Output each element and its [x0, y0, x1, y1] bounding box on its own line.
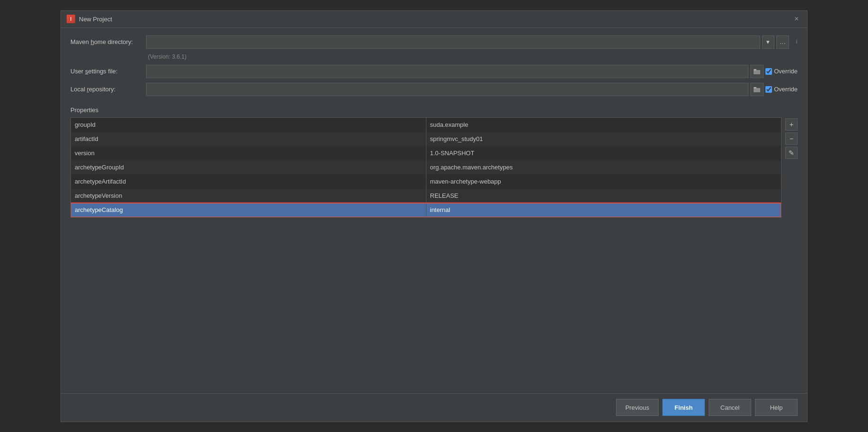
help-button[interactable]: Help — [755, 399, 798, 416]
svg-rect-2 — [754, 88, 760, 92]
remove-property-button[interactable]: − — [785, 132, 798, 145]
properties-side-buttons: + − ✎ — [785, 117, 798, 218]
maven-home-row: Maven home directory: Bundled (Maven 3) … — [70, 35, 798, 49]
user-settings-input-area: D:\maven\apache-maven-3.6.1\conf\setting… — [146, 65, 798, 78]
previous-button[interactable]: Previous — [616, 399, 659, 416]
user-settings-browse-button[interactable] — [750, 65, 764, 78]
folder-icon — [754, 69, 760, 74]
properties-section: Properties groupIdsuda.exampleartifactId… — [70, 105, 798, 218]
property-key: groupId — [71, 118, 426, 132]
table-row[interactable]: archetypeCataloginternal — [71, 203, 781, 217]
user-settings-row: User settings file: D:\maven\apache-mave… — [70, 65, 798, 78]
properties-title: Properties — [70, 106, 798, 114]
version-text: (Version: 3.6.1) — [72, 53, 798, 60]
local-repository-override: Override — [765, 86, 798, 93]
svg-rect-0 — [754, 70, 760, 74]
property-value: RELEASE — [426, 189, 781, 203]
add-property-button[interactable]: + — [785, 118, 798, 131]
property-value: springmvc_study01 — [426, 132, 781, 146]
local-repository-field[interactable]: D:\maven\apache-maven-3.6.1\repository — [146, 83, 748, 96]
table-row[interactable]: archetypeGroupIdorg.apache.maven.archety… — [71, 160, 781, 175]
cancel-button[interactable]: Cancel — [709, 399, 751, 416]
folder-icon-2 — [754, 87, 760, 92]
maven-home-dropdown-button[interactable]: ▾ — [762, 35, 774, 49]
title-bar: I New Project × — [61, 11, 807, 28]
property-value: maven-archetype-webapp — [426, 175, 781, 189]
property-key: archetypeVersion — [71, 189, 426, 203]
edit-property-button[interactable]: ✎ — [785, 147, 798, 159]
property-value: org.apache.maven.archetypes — [426, 160, 781, 175]
maven-home-field[interactable]: Bundled (Maven 3) — [146, 35, 760, 49]
property-key: version — [71, 146, 426, 160]
maven-home-input-area: Bundled (Maven 3) ▾ … ℹ — [146, 35, 798, 49]
user-settings-override-label: Override — [774, 68, 798, 75]
maven-home-more-button[interactable]: … — [776, 35, 789, 49]
property-key: artifactId — [71, 132, 426, 146]
property-key: archetypeArtifactId — [71, 175, 426, 189]
local-repository-input-area: D:\maven\apache-maven-3.6.1\repository O… — [146, 83, 798, 96]
property-value: 1.0-SNAPSHOT — [426, 146, 781, 160]
properties-table: groupIdsuda.exampleartifactIdspringmvc_s… — [71, 118, 781, 217]
local-repository-browse-button[interactable] — [750, 83, 764, 96]
property-key: archetypeCatalog — [71, 203, 426, 217]
maven-home-label: Maven home directory: — [70, 38, 146, 45]
property-key: archetypeGroupId — [71, 160, 426, 175]
svg-rect-3 — [754, 87, 756, 88]
local-repository-label: Local repository: — [70, 86, 146, 93]
table-row[interactable]: groupIdsuda.example — [71, 118, 781, 132]
property-value: suda.example — [426, 118, 781, 132]
finish-button[interactable]: Finish — [662, 399, 705, 416]
title-bar-left: I New Project — [67, 15, 112, 23]
property-value: internal — [426, 203, 781, 217]
table-row[interactable]: artifactIdspringmvc_study01 — [71, 132, 781, 146]
user-settings-override-checkbox[interactable] — [765, 68, 772, 75]
dialog-content: Maven home directory: Bundled (Maven 3) … — [61, 28, 807, 393]
table-row[interactable]: version1.0-SNAPSHOT — [71, 146, 781, 160]
local-repository-override-checkbox[interactable] — [765, 86, 772, 93]
close-button[interactable]: × — [792, 14, 801, 24]
table-row[interactable]: archetypeVersionRELEASE — [71, 189, 781, 203]
table-row[interactable]: archetypeArtifactIdmaven-archetype-webap… — [71, 175, 781, 189]
app-icon: I — [67, 15, 75, 23]
user-settings-override: Override — [765, 68, 798, 75]
user-settings-label: User settings file: — [70, 68, 146, 75]
user-settings-field[interactable]: D:\maven\apache-maven-3.6.1\conf\setting… — [146, 65, 748, 78]
properties-table-wrapper: groupIdsuda.exampleartifactIdspringmvc_s… — [70, 117, 781, 218]
properties-area: groupIdsuda.exampleartifactIdspringmvc_s… — [70, 117, 798, 218]
svg-rect-1 — [754, 69, 756, 71]
dialog-footer: Previous Finish Cancel Help — [61, 393, 807, 422]
info-icon: ℹ — [796, 39, 798, 45]
local-repository-override-label: Override — [774, 86, 798, 93]
dialog-title: New Project — [79, 16, 112, 23]
new-project-dialog: I New Project × Maven home directory: Bu… — [61, 10, 807, 422]
local-repository-row: Local repository: D:\maven\apache-maven-… — [70, 83, 798, 96]
